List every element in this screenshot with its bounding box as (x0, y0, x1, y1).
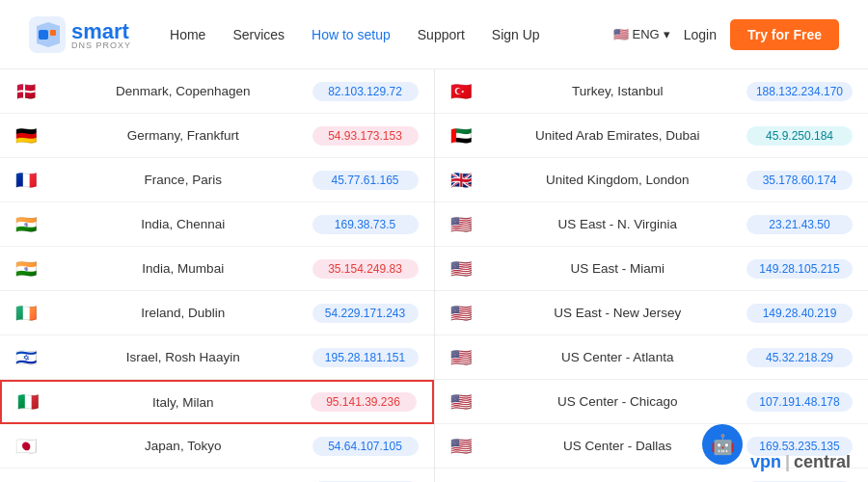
ip-badge: 45.32.218.29 (746, 348, 853, 367)
table-row[interactable]: 🇦🇪United Arab Emirates, Dubai45.9.250.18… (435, 114, 869, 158)
flag-icon: 🇮🇪 (15, 305, 41, 322)
table-row[interactable]: 🇮🇪Ireland, Dublin54.229.171.243 (0, 291, 434, 335)
ip-badge: 107.191.48.178 (746, 392, 853, 412)
flag-icon: 🇩🇰 (15, 83, 41, 100)
server-name: United Arab Emirates, Dubai (489, 128, 747, 143)
logo-sub: DNS PROXY (71, 40, 131, 50)
server-name: United Kingdom, London (489, 173, 747, 187)
table-row[interactable]: 🇺🇸US East - New Jersey149.28.40.219 (435, 291, 869, 335)
login-button[interactable]: Login (684, 27, 717, 42)
chat-bot-icon[interactable]: 🤖 (702, 424, 743, 465)
flag-icon: 🇺🇸 (450, 393, 475, 411)
nav-how-to-setup[interactable]: How to setup (312, 27, 391, 42)
flag-icon: 🇺🇸 (450, 305, 475, 322)
flag-icon: 🇮🇳 (15, 216, 41, 233)
watermark: vpn | central (750, 452, 851, 472)
flag-icon: 🇬🇧 (450, 172, 475, 189)
ip-badge: 54.93.173.153 (312, 126, 419, 146)
table-row[interactable]: 🇺🇸US Center - Atlanta45.32.218.29 (435, 335, 869, 380)
ip-badge: 35.178.60.174 (746, 171, 853, 190)
watermark-vpn: vpn (750, 452, 781, 472)
right-server-list: 🇹🇷Turkey, Istanbul188.132.234.170🇦🇪Unite… (434, 69, 869, 482)
ip-badge: 149.28.40.219 (746, 304, 853, 323)
ip-badge: 195.28.181.151 (312, 348, 419, 367)
server-name: Germany, Frankfurt (54, 128, 312, 143)
table-row[interactable]: 🇮🇳India, Chennai169.38.73.5 (0, 202, 434, 247)
server-name: US East - Miami (489, 261, 747, 276)
table-row[interactable]: 🇫🇷France, Paris45.77.61.165 (0, 158, 434, 202)
flag-icon: 🇮🇳 (15, 260, 41, 278)
nav-services[interactable]: Services (232, 27, 285, 42)
table-row[interactable]: 🇲🇽Mexico216.238.71.110 (0, 469, 434, 482)
flag-icon: 🇯🇵 (15, 438, 41, 455)
header: smart DNS PROXY Home Services How to set… (0, 0, 868, 69)
table-row[interactable]: 🇺🇸US Center - Chicago107.191.48.178 (435, 380, 869, 424)
chevron-down-icon: ▾ (664, 27, 670, 41)
flag-icon: 🇺🇸 (450, 438, 475, 455)
flag-icon: 🇮🇹 (17, 393, 42, 411)
table-row[interactable]: 🇹🇷Turkey, Istanbul188.132.234.170 (435, 69, 869, 114)
server-name: Ireland, Dublin (54, 306, 312, 320)
flag-icon: 🇺🇸 (450, 260, 475, 278)
nav-home[interactable]: Home (170, 27, 205, 42)
logo-icon (29, 16, 66, 53)
server-name: Denmark, Copenhagen (54, 84, 312, 98)
server-name: US Center - Chicago (489, 394, 747, 409)
svg-rect-2 (39, 30, 48, 40)
ip-badge: 23.21.43.50 (746, 215, 853, 234)
svg-rect-3 (50, 30, 56, 36)
server-name: Israel, Rosh Haayin (54, 350, 312, 364)
main-nav: Home Services How to setup Support Sign … (170, 27, 613, 42)
header-right: 🇺🇸 ENG ▾ Login Try for Free (613, 19, 839, 50)
ip-badge: 35.154.249.83 (312, 259, 419, 279)
server-name: France, Paris (54, 173, 312, 187)
table-row[interactable]: 🇮🇳India, Mumbai35.154.249.83 (0, 247, 434, 291)
flag-icon: 🇮🇱 (15, 349, 41, 366)
flag-icon: 🇺🇸 (450, 216, 475, 233)
server-name: India, Mumbai (54, 261, 312, 276)
table-row[interactable]: 🇬🇧United Kingdom, London35.178.60.174 (435, 158, 869, 202)
server-name: US Center - Atlanta (489, 350, 747, 364)
logo-text: smart (71, 19, 129, 43)
flag-icon: 🇹🇷 (450, 83, 475, 100)
ip-badge: 45.9.250.184 (746, 126, 853, 146)
flag-icon: 🇺🇸 (613, 27, 629, 41)
server-name: India, Chennai (54, 217, 312, 231)
flag-icon: 🇺🇸 (450, 349, 475, 366)
main-content: 🇩🇰Denmark, Copenhagen82.103.129.72🇩🇪Germ… (0, 69, 868, 482)
table-row[interactable]: 🇺🇸US East - Miami149.28.105.215 (435, 247, 869, 291)
right-col-wrapper: 🇹🇷Turkey, Istanbul188.132.234.170🇦🇪Unite… (435, 69, 869, 482)
try-free-button[interactable]: Try for Free (730, 19, 839, 50)
server-name: Turkey, Istanbul (489, 84, 746, 98)
ip-badge: 169.38.73.5 (312, 215, 419, 234)
watermark-separator: | (785, 452, 790, 472)
server-name: Italy, Milan (56, 395, 311, 410)
left-server-list: 🇩🇰Denmark, Copenhagen82.103.129.72🇩🇪Germ… (0, 69, 434, 482)
table-row[interactable]: 🇯🇵Japan, Tokyo54.64.107.105 (0, 424, 434, 469)
table-row[interactable]: 🇩🇰Denmark, Copenhagen82.103.129.72 (0, 69, 434, 114)
language-selector[interactable]: 🇺🇸 ENG ▾ (613, 27, 670, 41)
lang-label: ENG (633, 27, 660, 41)
flag-icon: 🇦🇪 (450, 127, 475, 145)
ip-badge: 54.229.171.243 (312, 304, 419, 323)
ip-badge: 54.64.107.105 (312, 437, 419, 456)
server-name: US East - N. Virginia (489, 217, 747, 231)
ip-badge: 149.28.105.215 (746, 259, 853, 279)
nav-support[interactable]: Support (418, 27, 465, 42)
table-row[interactable]: 🇩🇪Germany, Frankfurt54.93.173.153 (0, 114, 434, 158)
flag-icon: 🇩🇪 (15, 127, 41, 145)
logo: smart DNS PROXY (29, 16, 131, 53)
ip-badge: 45.77.61.165 (312, 171, 419, 190)
server-name: Japan, Tokyo (54, 439, 312, 453)
table-row[interactable]: 🇮🇹Italy, Milan95.141.39.236 (0, 380, 434, 424)
flag-icon: 🇫🇷 (15, 172, 41, 189)
table-row[interactable]: 🇮🇱Israel, Rosh Haayin195.28.181.151 (0, 335, 434, 380)
watermark-central: central (794, 452, 851, 472)
nav-sign-up[interactable]: Sign Up (492, 27, 540, 42)
server-name: US East - New Jersey (489, 306, 747, 320)
ip-badge: 188.132.234.170 (746, 82, 853, 101)
ip-badge: 82.103.129.72 (312, 82, 419, 101)
ip-badge: 95.141.39.236 (311, 392, 417, 412)
table-row[interactable]: 🇺🇸US East - N. Virginia23.21.43.50 (435, 202, 869, 247)
